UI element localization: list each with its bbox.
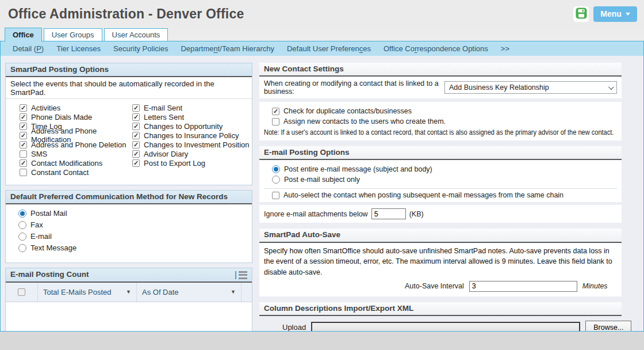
email-posting-count-title: E-mail Posting Count [10,269,89,280]
save-button[interactable] [573,6,589,22]
browse-button[interactable]: Browse... [585,321,631,331]
checkbox-label: Phone Dials Made [31,113,92,121]
checkbox-label: Changes to Investment Position [144,140,250,149]
radio-button[interactable] [18,210,26,218]
chevron-down-icon [608,84,614,90]
radio-button[interactable] [18,244,26,252]
checkbox[interactable] [20,123,27,130]
menu-button[interactable]: Menu [593,6,637,22]
subnav-item[interactable]: Tier Licenses [50,44,107,53]
email-posting-radio-block: Post entire e-mail message (subject and … [259,160,622,202]
checkbox[interactable] [20,113,27,121]
upload-label: Upload [282,323,306,331]
right-column: New Contact Settings When creating or mo… [259,63,622,331]
smartpad-option-row: Letters Sent [132,112,250,121]
autosave-interval-label: Auto-Save Interval [405,282,464,290]
radio-label: Fax [30,220,43,229]
tab[interactable]: User Groups [44,28,102,41]
checkbox[interactable] [20,169,27,176]
checkbox-label: Changes to Insurance Policy [144,131,239,140]
table-column-as-of-date[interactable]: As Of Date ▼ [137,283,241,302]
comm-method-option: Fax [18,220,252,230]
menu-button-label: Menu [600,9,622,18]
business-link-select[interactable]: Add Business Key Relationship [444,81,617,94]
smartpad-posting-options-header: SmartPad Posting Options [6,63,252,77]
smartpad-option-row: Contact Modifications [20,158,132,168]
new-contact-checkbox-row: Check for duplicate contacts/businesses [264,106,617,116]
smartpad-option-row: Address and Phone Modification [20,131,132,140]
checkbox[interactable] [20,132,27,139]
filter-icon[interactable]: ▼ [126,289,131,295]
business-link-row: When creating or modifying a contact tha… [259,77,622,98]
topbar-actions: Menu [573,6,637,22]
table-select-all-cell [6,283,38,302]
column-descriptions-header: Column Descriptions Import/Export XML [259,302,622,316]
subnav-item[interactable]: >> [494,44,516,53]
radio-label: Post e-mail subject only [284,176,360,184]
checkbox[interactable] [132,150,140,158]
smartpad-checkbox-col2: E-mail Sent Letters Sent Cha [132,103,250,177]
email-posting-count-panel: E-mail Posting Count Total E-Mails Poste… [5,268,252,331]
email-posting-options-section: E-mail Posting Options Post entire e-mai… [259,146,622,223]
checkbox[interactable] [272,108,279,115]
smartpad-option-row: SMS [20,149,132,158]
subnav-item[interactable]: Default User Preferences [281,44,377,53]
radio-label: Text Message [30,244,76,252]
autosave-interval-input[interactable] [469,281,577,292]
checkbox[interactable] [132,141,140,149]
filter-icon[interactable]: ▼ [231,289,236,295]
subnav-item[interactable]: Detail (P) [6,44,50,53]
tab[interactable]: User Accounts [104,28,168,41]
checkbox[interactable] [272,192,279,199]
smartpad-autosave-header: SmartPad Auto-Save [259,229,622,242]
checkbox[interactable] [132,132,140,139]
radio-button[interactable] [272,176,280,184]
smartpad-option-row: Activities [20,103,132,112]
checkbox[interactable] [20,141,27,149]
upload-row: Upload Browse... [259,316,622,331]
comm-method-option: Text Message [18,243,252,253]
list-menu-icon[interactable] [235,271,247,279]
smartpad-posting-options-panel: SmartPad Posting Options Select the even… [5,63,252,185]
radio-button[interactable] [18,221,26,229]
checkbox[interactable] [132,113,140,121]
table-empty-body [6,302,252,331]
tab-label: Office [13,31,34,39]
radio-label: Postal Mail [30,209,67,218]
email-posting-radio-row: Post entire e-mail message (subject and … [264,164,617,174]
radio-label: E-mail [30,232,52,241]
autosave-interval-row: Auto-Save Interval Minutes [259,279,622,296]
smartpad-option-row: Changes to Opportunity [132,121,250,131]
checkbox[interactable] [272,118,279,125]
tab[interactable]: Office [5,28,42,41]
new-contact-checkbox-block: Check for duplicate contacts/businesses … [259,102,622,140]
tab-label: User Accounts [112,31,160,39]
subnav-item[interactable]: Department/Team Hierarchy [174,44,281,53]
select-all-checkbox[interactable] [18,288,25,296]
ignore-attachments-input[interactable] [371,208,406,219]
radio-button[interactable] [272,165,280,173]
email-posting-radio-row: Post e-mail subject only [264,174,617,185]
new-contact-checkboxes: Check for duplicate contacts/businesses … [264,106,617,127]
subnav-item[interactable]: Security Policies [107,44,174,53]
content-frame: Detail (P) Tier Licenses Security Polici… [0,41,644,332]
ignore-attachments-label: Ignore e-mail attachments below [264,210,368,218]
checkbox[interactable] [132,104,140,112]
checkbox-label: Check for duplicate contacts/businesses [283,107,412,115]
checkbox[interactable] [132,159,140,167]
business-link-label: When creating or modifying a contact tha… [264,79,444,96]
upload-file-input[interactable] [311,322,580,331]
office-administration-page: Office Administration - Denver Office Me… [0,0,644,350]
checkbox[interactable] [132,123,140,130]
checkbox-label: Activities [31,104,60,112]
smartpad-autosave-description: Specify how often SmartOffice should aut… [259,243,622,279]
smartpad-option-row: Post to Export Log [132,158,250,168]
checkbox[interactable] [20,104,27,112]
subnav-item[interactable]: Office Correspondence Options [377,44,494,53]
checkbox[interactable] [20,159,27,167]
page-title: Office Administration - Denver Office [8,6,244,22]
autosave-interval-unit: Minutes [582,282,608,290]
radio-button[interactable] [18,233,26,241]
checkbox[interactable] [20,150,27,158]
table-column-total-emails[interactable]: Total E-Mails Posted ▼ [38,283,137,302]
